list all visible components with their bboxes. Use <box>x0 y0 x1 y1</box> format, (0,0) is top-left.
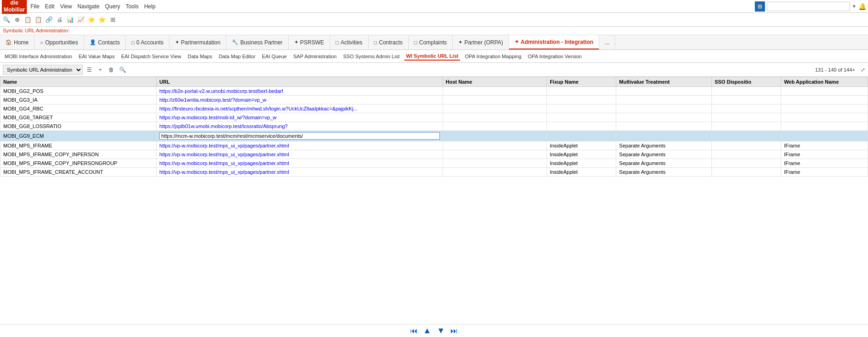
section-add-icon[interactable]: + <box>96 65 105 74</box>
table-row[interactable]: MOBI_MPS_IFRAME_COPY_INPERSONGROUP https… <box>0 159 868 168</box>
nav-tab-opportunities[interactable]: ○ Opportunities <box>35 35 84 49</box>
sub-nav-opa-mapping[interactable]: OPA Integration Mapping <box>463 53 523 60</box>
complaints-icon: □ <box>414 40 418 45</box>
activities-icon: □ <box>336 40 339 45</box>
toolbar-chart2-icon[interactable]: 📈 <box>76 15 85 25</box>
cell-multi: Separate Arguments <box>616 159 712 168</box>
url-edit-input[interactable] <box>159 132 440 140</box>
opportunities-icon: ○ <box>40 40 43 45</box>
cell-url-editing[interactable] <box>157 131 443 141</box>
nav-tab-contacts[interactable]: 👤 Contacts <box>84 35 126 49</box>
cell-webapp: IFrame <box>781 150 868 159</box>
cell-fixup <box>547 122 616 131</box>
col-header-url[interactable]: URL <box>157 77 443 87</box>
col-header-webapp[interactable]: Web Application Name <box>781 77 868 87</box>
section-menu-icon[interactable]: ☰ <box>85 65 94 74</box>
nav-tab-activities[interactable]: □ Activities <box>330 35 369 49</box>
cell-webapp <box>781 87 868 96</box>
table-row[interactable]: MOBI_GG8_LOSSRATIO https://jsplb01w.umob… <box>0 122 868 131</box>
menu-query[interactable]: Query <box>105 3 120 10</box>
menu-file[interactable]: File <box>30 3 39 10</box>
nav-tab-partner-orpa[interactable]: ✦ Partner (ORPA) <box>453 35 509 49</box>
pagination-next-icon[interactable]: ▼ <box>435 325 447 337</box>
nav-tab-more[interactable]: ... <box>599 35 615 49</box>
menu-view[interactable]: View <box>60 3 72 10</box>
col-header-host[interactable]: Host Name <box>443 77 546 87</box>
sub-nav-mobi-interface[interactable]: MOBI Interface Administration <box>3 53 74 60</box>
cell-url: https://b2e-portal-v2-w.umobi.mobicorp.t… <box>157 87 443 96</box>
toolbar-add-icon[interactable]: ⊕ <box>12 15 22 25</box>
sub-nav-eai-dispatch[interactable]: EAI Dispatch Service View <box>119 53 183 60</box>
sub-nav-sso-systems[interactable]: SSO Systems Admin List <box>341 53 401 60</box>
col-header-sso[interactable]: SSO Dispositio <box>711 77 781 87</box>
table-row[interactable]: MOBI_MPS_IFRAME_COPY_INPERSON https://vp… <box>0 150 868 159</box>
pagination-prev-icon[interactable]: ▲ <box>421 325 433 337</box>
sub-nav-eai-value-maps[interactable]: EAI Value Maps <box>77 53 116 60</box>
col-header-name[interactable]: Name <box>0 77 157 87</box>
nav-tab-accounts[interactable]: □ 0 Accounts <box>126 35 169 49</box>
nav-tab-partnermutation[interactable]: ✦ Partnermutation <box>170 35 226 49</box>
table-row[interactable]: MOBI_GG6_TARGET https://vp-w.mobicorp.te… <box>0 113 868 122</box>
col-header-fixup[interactable]: Fixup Name <box>547 77 616 87</box>
menu-edit[interactable]: Edit <box>45 3 55 10</box>
menu-help[interactable]: Help <box>144 3 156 10</box>
cell-fixup: InsideApplet <box>547 168 616 177</box>
toolbar-star1-icon[interactable]: ⭐ <box>87 15 96 25</box>
toolbar-grid-icon[interactable]: ⊞ <box>108 15 117 25</box>
notification-bell-icon[interactable]: 🔔 <box>858 3 866 10</box>
table-row[interactable]: MOBI_GG4_RBC https://firsteuro.rbcdexia-… <box>0 104 868 113</box>
menu-bar: File Edit View Navigate Query Tools Help <box>30 3 156 10</box>
pagination: ⏮ ▲ ▼ ⏭ <box>0 324 868 337</box>
menu-navigate[interactable]: Navigate <box>78 3 99 10</box>
table-row[interactable]: MOBI_GG2_POS https://b2e-portal-v2-w.umo… <box>0 87 868 96</box>
partnermutation-icon: ✦ <box>175 39 179 45</box>
pagination-last-icon[interactable]: ⏭ <box>449 326 460 336</box>
toolbar-chart1-icon[interactable]: 📊 <box>66 15 75 25</box>
sub-nav-sap-admin[interactable]: SAP Administration <box>291 53 339 60</box>
table-row[interactable]: MOBI_MPS_IFRAME https://vp-w.mobicorp.te… <box>0 141 868 150</box>
table-row[interactable]: MOBI_MPS_IFRAME_CREATE_ACCOUNT https://v… <box>0 168 868 177</box>
table-row[interactable]: MOBI_GG3_IA http://z60w1wntia.mobicorp.t… <box>0 96 868 104</box>
nav-tab-complaints-label: Complaints <box>419 39 447 46</box>
nav-tab-home[interactable]: 🏠 Home <box>0 35 35 49</box>
section-search-icon[interactable]: 🔍 <box>118 65 127 74</box>
partner-orpa-icon: ✦ <box>458 39 462 45</box>
cell-fixup <box>547 96 616 104</box>
toolbar-print-icon[interactable]: 🖨 <box>55 15 64 25</box>
business-partner-icon: 🔧 <box>232 39 238 45</box>
sub-nav-wi-symbolic-url[interactable]: WI Symbolic URL List <box>404 52 460 61</box>
section-dropdown[interactable]: Symbolic URL Administration <box>3 65 83 75</box>
col-header-multi[interactable]: Multivalue Treatment <box>616 77 712 87</box>
pagination-first-icon[interactable]: ⏮ <box>408 326 419 336</box>
nav-tab-business-partner[interactable]: 🔧 Business Partner <box>226 35 288 49</box>
sub-nav-eai-queue[interactable]: EAI Queue <box>260 53 289 60</box>
sub-nav-data-maps[interactable]: Data Maps <box>186 53 214 60</box>
nav-tab-contracts[interactable]: □ Contracts <box>369 35 409 49</box>
cell-name: MOBI_GG8_LOSSRATIO <box>0 122 157 131</box>
sub-nav-opa-version[interactable]: OPA Integration Version <box>526 53 584 60</box>
cell-host <box>443 113 546 122</box>
sub-nav-data-map-editor[interactable]: Data Map Editor <box>217 53 257 60</box>
section-delete-icon[interactable]: 🗑 <box>107 65 116 74</box>
toolbar-copy2-icon[interactable]: 📋 <box>34 15 43 25</box>
nav-tab-complaints[interactable]: □ Complaints <box>409 35 453 49</box>
nav-tab-psrswe[interactable]: ✦ PSRSWE <box>289 35 330 49</box>
toolbar: 🔍 ⊕ 📋 📋 🔗 🖨 📊 📈 ⭐ ⭐ ⊞ <box>0 13 868 27</box>
toolbar-search-icon[interactable]: 🔍 <box>2 15 11 25</box>
cell-host <box>443 122 546 131</box>
menu-tools[interactable]: Tools <box>126 3 139 10</box>
toolbar-link-icon[interactable]: 🔗 <box>44 15 54 25</box>
nav-tab-partnermutation-label: Partnermutation <box>181 39 220 46</box>
table-row-selected[interactable]: MOBI_GG9_ECM <box>0 131 868 141</box>
cell-webapp <box>781 96 868 104</box>
cell-webapp: IFrame <box>781 159 868 168</box>
nav-tab-admin-integration[interactable]: ✦ Administration - Integration <box>509 35 599 49</box>
expand-icon[interactable]: ⤢ <box>861 67 865 73</box>
global-search-input[interactable] <box>767 2 850 11</box>
cell-multi <box>616 113 712 122</box>
toolbar-copy1-icon[interactable]: 📋 <box>23 15 32 25</box>
cell-url: https://vp-w.mobicorp.test/mob-td_w/?dom… <box>157 113 443 122</box>
cell-sso <box>711 150 781 159</box>
search-dropdown-arrow[interactable]: ▼ <box>852 4 856 9</box>
toolbar-star2-icon[interactable]: ⭐ <box>97 15 107 25</box>
